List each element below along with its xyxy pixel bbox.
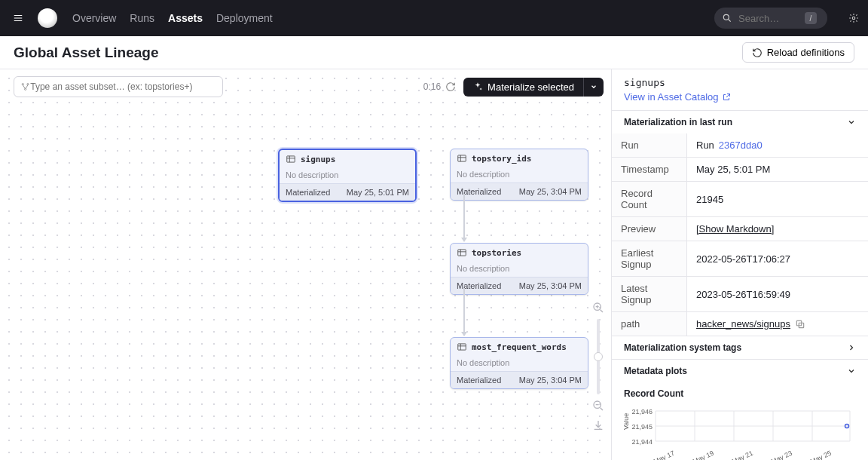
asset-node-topstories[interactable]: topstories No description Materialized M… — [450, 243, 588, 295]
nav-deployment[interactable]: Deployment — [216, 12, 273, 24]
node-footer: Materialized May 25, 3:04 PM — [451, 182, 588, 200]
asset-subset-input-wrapper[interactable] — [14, 76, 223, 97]
run-id-link[interactable]: 2367dda0 — [719, 140, 763, 151]
asset-node-most-frequent-words[interactable]: most_frequent_words No description Mater… — [450, 337, 588, 389]
materialize-dropdown[interactable] — [583, 78, 604, 97]
nav-assets[interactable]: Assets — [168, 12, 203, 24]
view-in-catalog-link[interactable]: View in Asset Catalog — [624, 91, 731, 103]
countdown-text: 0:16 — [423, 81, 441, 92]
svg-point-2 — [22, 84, 23, 85]
asset-node-signups[interactable]: signups No description Materialized May … — [278, 149, 417, 202]
search-icon — [722, 13, 732, 23]
kv-key: Record Count — [612, 182, 687, 216]
node-name: topstory_ids — [472, 154, 531, 164]
chevron-down-icon — [847, 366, 856, 376]
logo[interactable] — [38, 8, 57, 28]
reload-icon — [752, 48, 763, 58]
nav-links: Overview Runs Assets Deployment — [72, 12, 273, 24]
sidepane-header: signups View in Asset Catalog — [612, 69, 868, 110]
xtick: May 19 — [692, 449, 715, 460]
section-head-last-run[interactable]: Materialization in last run — [612, 111, 868, 133]
section-title: Materialization system tags — [624, 342, 741, 353]
show-markdown-link[interactable]: [Show Markdown] — [696, 223, 774, 235]
kv-value: May 25, 5:01 PM — [687, 158, 868, 181]
section-head-system-tags[interactable]: Materialization system tags — [612, 336, 868, 359]
node-status: Materialized — [457, 376, 501, 385]
top-bar: Overview Runs Assets Deployment / — [0, 0, 868, 36]
node-desc: No description — [451, 262, 588, 277]
zoom-out-icon[interactable] — [590, 397, 607, 414]
asset-subset-input[interactable] — [30, 81, 216, 92]
refresh-icon[interactable] — [445, 81, 456, 92]
kv-key: path — [612, 312, 687, 336]
ytick: 21,946 — [631, 408, 653, 416]
svg-rect-7 — [458, 250, 466, 256]
zoom-slider[interactable] — [597, 319, 600, 394]
table-icon — [286, 154, 296, 164]
search-box[interactable]: / — [714, 8, 827, 29]
kv-value: Run 2367dda0 — [687, 133, 868, 157]
download-icon[interactable] — [590, 417, 607, 434]
chevron-down-icon — [847, 118, 856, 127]
node-footer: Materialized May 25, 5:01 PM — [280, 183, 415, 201]
zoom-in-icon[interactable] — [590, 299, 607, 316]
hamburger-icon[interactable] — [9, 9, 27, 27]
graph-pane: 0:16 Materialize selected signups No des… — [0, 69, 612, 460]
node-desc: No description — [451, 356, 588, 371]
section-system-tags: Materialization system tags — [612, 336, 868, 359]
gear-icon[interactable] — [848, 13, 859, 23]
ylabel: Value — [624, 413, 630, 430]
materialize-main[interactable]: Materialize selected — [463, 78, 583, 97]
materialize-label: Materialize selected — [487, 81, 574, 93]
external-link-icon — [722, 93, 731, 102]
kv-value: hacker_news/signups — [687, 312, 868, 336]
xtick: May 21 — [731, 449, 754, 460]
node-name: topstories — [472, 248, 521, 258]
section-title: Metadata plots — [624, 366, 687, 376]
svg-point-1 — [852, 17, 855, 20]
edge — [463, 288, 465, 336]
kv-value: 2023-05-26T16:59:49 — [687, 277, 868, 311]
section-head-metadata-plots[interactable]: Metadata plots — [612, 360, 868, 382]
search-shortcut: / — [805, 12, 817, 24]
record-count-plot: 21,946 21,945 21,944 Value — [612, 400, 868, 460]
path-link[interactable]: hacker_news/signups — [696, 318, 790, 330]
zoom-thumb[interactable] — [594, 352, 603, 361]
reload-label: Reload definitions — [767, 47, 845, 58]
chevron-down-icon — [590, 83, 598, 90]
zoom-controls — [590, 299, 607, 434]
table-icon — [457, 342, 467, 352]
nav-overview[interactable]: Overview — [72, 12, 116, 24]
node-status: Materialized — [286, 188, 330, 197]
node-name: signups — [301, 155, 335, 164]
nav-runs[interactable]: Runs — [130, 12, 154, 24]
edge — [463, 194, 465, 241]
kv-value: 21945 — [687, 182, 868, 216]
node-name: most_frequent_words — [472, 342, 567, 352]
materialize-selected-button[interactable]: Materialize selected — [463, 78, 604, 97]
graph-icon — [20, 81, 30, 92]
node-timestamp: May 25, 3:04 PM — [519, 187, 582, 196]
plot-title: Record Count — [612, 382, 868, 400]
reload-definitions-button[interactable]: Reload definitions — [742, 42, 854, 63]
kv-key: Preview — [612, 217, 687, 241]
node-desc: No description — [451, 167, 588, 182]
graph-toolbar: 0:16 Materialize selected — [14, 76, 604, 97]
asset-node-topstory-ids[interactable]: topstory_ids No description Materialized… — [450, 149, 588, 201]
table-icon — [457, 153, 467, 164]
copy-icon[interactable] — [795, 319, 805, 330]
xtick: May 17 — [653, 449, 676, 460]
node-desc: No description — [280, 168, 415, 183]
svg-rect-5 — [287, 156, 295, 162]
kv-table: RunRun 2367dda0 TimestampMay 25, 5:01 PM… — [612, 133, 868, 336]
node-timestamp: May 25, 5:01 PM — [347, 188, 409, 197]
section-metadata-plots: Metadata plots Record Count 21,946 21,94… — [612, 359, 868, 460]
node-title: signups — [280, 150, 415, 168]
xtick: May 23 — [770, 449, 793, 460]
node-footer: Materialized May 25, 3:04 PM — [451, 371, 588, 388]
kv-key: Earliest Signup — [612, 241, 687, 276]
kv-key: Timestamp — [612, 158, 687, 181]
search-input[interactable] — [738, 13, 799, 24]
svg-point-4 — [25, 88, 26, 90]
main: 0:16 Materialize selected signups No des… — [0, 69, 868, 460]
